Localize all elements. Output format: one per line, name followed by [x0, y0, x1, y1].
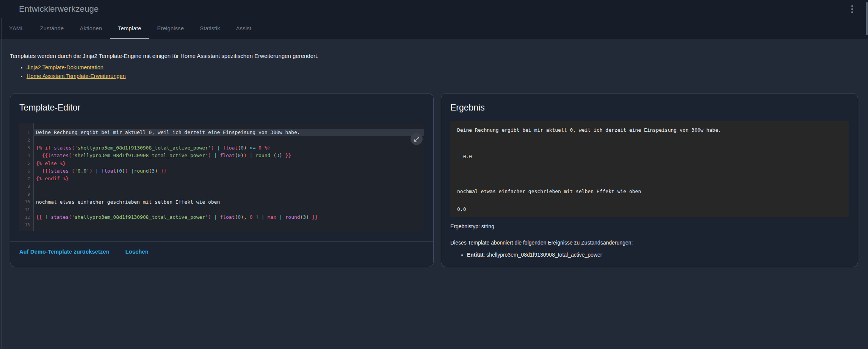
- code-line-content: Deine Rechnung ergibt bei mir aktuell 0,…: [33, 129, 424, 136]
- result-type-text: Ergebnistyp: string: [450, 223, 849, 229]
- page-title: Entwicklerwerkzeuge: [19, 4, 99, 14]
- tab-bar: YAMLZuständeAktionenTemplateEreignisseSt…: [0, 18, 868, 39]
- code-line-5[interactable]: 5{% else %}: [19, 160, 424, 167]
- line-number: 12: [19, 215, 33, 220]
- line-number: 13: [19, 223, 33, 227]
- intro-text: Templates werden durch die Jinja2 Templa…: [10, 53, 858, 59]
- line-number: 8: [19, 184, 33, 189]
- line-number: 4: [19, 153, 33, 158]
- line-number: 7: [19, 176, 33, 181]
- tab-statistik[interactable]: Statistik: [192, 18, 228, 39]
- line-number: 5: [19, 161, 33, 166]
- doc-link[interactable]: Jinja2 Template-Dokumentation: [27, 64, 103, 70]
- template-result-output: Deine Rechnung ergibt bei mir aktuell 0,…: [450, 121, 849, 217]
- tab-zustände[interactable]: Zustände: [32, 18, 72, 39]
- line-number: 9: [19, 192, 33, 197]
- code-line-content: {% endif %}: [33, 175, 424, 182]
- code-line-content: {{ [ states('shellypro3em_08d1f9130908_t…: [33, 213, 424, 221]
- line-number: 6: [19, 169, 33, 174]
- overflow-menu-icon[interactable]: [847, 4, 857, 14]
- code-line-4[interactable]: 4 {{(states('shellypro3em_08d1f9130908_t…: [19, 152, 424, 159]
- code-line-content: [33, 221, 424, 229]
- reset-demo-template-button[interactable]: Auf Demo-Template zurücksetzen: [19, 249, 110, 255]
- code-line-2[interactable]: 2: [19, 136, 424, 144]
- expand-icon: [414, 136, 420, 142]
- doc-link[interactable]: Home Assistant Template-Erweiterungen: [27, 73, 126, 79]
- doc-link-item: Home Assistant Template-Erweiterungen: [27, 73, 858, 79]
- code-line-content: [33, 136, 424, 144]
- code-line-content: {% else %}: [33, 160, 424, 167]
- line-number: 11: [19, 207, 33, 212]
- doc-link-list: Jinja2 Template-DokumentationHome Assist…: [10, 64, 858, 79]
- entity-list: Entität: shellypro3em_08d1f9130908_total…: [450, 252, 849, 258]
- doc-link-item: Jinja2 Template-Dokumentation: [27, 64, 858, 70]
- left-edge-divider: [1, 18, 2, 349]
- tab-aktionen[interactable]: Aktionen: [72, 18, 110, 39]
- code-line-7[interactable]: 7{% endif %}: [19, 175, 424, 182]
- code-line-9[interactable]: 9: [19, 190, 424, 198]
- code-line-11[interactable]: 11: [19, 206, 424, 213]
- code-line-content: {% if states('shellypro3em_08d1f9130908_…: [33, 144, 424, 152]
- delete-button[interactable]: Löschen: [125, 249, 149, 255]
- code-line-content: nochmal etwas einfacher geschrieben mit …: [33, 198, 424, 206]
- listened-events-text: Dieses Template abonniert die folgenden …: [450, 240, 849, 246]
- developer-tools-page: Entwicklerwerkzeuge YAMLZuständeAktionen…: [0, 0, 868, 349]
- code-line-6[interactable]: 6 {{(states ('0.0') | float(0)) |round(3…: [19, 167, 424, 175]
- vertical-scrollbar[interactable]: [866, 2, 868, 35]
- code-line-12[interactable]: 12{{ [ states('shellypro3em_08d1f9130908…: [19, 213, 424, 221]
- result-card: Ergebnis Deine Rechnung ergibt bei mir a…: [441, 93, 858, 267]
- main-content: Templates werden durch die Jinja2 Templa…: [0, 53, 868, 267]
- code-line-content: {{(states('shellypro3em_08d1f9130908_tot…: [33, 152, 424, 159]
- tab-yaml[interactable]: YAML: [1, 18, 32, 39]
- template-code-editor[interactable]: 1Deine Rechnung ergibt bei mir aktuell 0…: [19, 123, 424, 231]
- code-line-content: [33, 190, 424, 198]
- code-line-8[interactable]: 8: [19, 183, 424, 190]
- editor-card-title: Template-Editor: [19, 103, 424, 113]
- expand-editor-button[interactable]: [410, 133, 423, 145]
- entity-list-item: Entität: shellypro3em_08d1f9130908_total…: [467, 252, 849, 258]
- line-number: 2: [19, 138, 33, 143]
- tab-assist[interactable]: Assist: [228, 18, 259, 39]
- code-lines: 1Deine Rechnung ergibt bei mir aktuell 0…: [19, 129, 424, 229]
- code-line-1[interactable]: 1Deine Rechnung ergibt bei mir aktuell 0…: [19, 129, 424, 136]
- code-line-13[interactable]: 13: [19, 221, 424, 229]
- line-number: 1: [19, 130, 33, 135]
- code-line-content: [33, 206, 424, 213]
- line-number: 3: [19, 145, 33, 150]
- code-line-content: [33, 183, 424, 190]
- template-editor-card: Template-Editor 1Deine Rechnung ergibt b…: [10, 93, 434, 267]
- app-bar: Entwicklerwerkzeuge: [0, 0, 868, 18]
- editor-actions: Auf Demo-Template zurücksetzenLöschen: [19, 242, 424, 255]
- code-line-3[interactable]: 3{% if states('shellypro3em_08d1f9130908…: [19, 144, 424, 152]
- code-line-10[interactable]: 10nochmal etwas einfacher geschrieben mi…: [19, 198, 424, 206]
- result-card-title: Ergebnis: [450, 103, 849, 113]
- tab-ereignisse[interactable]: Ereignisse: [149, 18, 192, 39]
- code-line-content: {{(states ('0.0') | float(0)) |round(3) …: [33, 167, 424, 175]
- cards-row: Template-Editor 1Deine Rechnung ergibt b…: [10, 93, 858, 267]
- line-number: 10: [19, 199, 33, 204]
- tab-template[interactable]: Template: [110, 18, 149, 39]
